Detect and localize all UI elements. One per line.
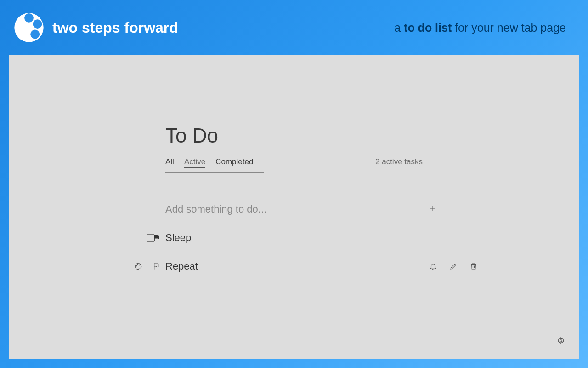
edit-icon[interactable] xyxy=(449,262,458,270)
tab-active[interactable]: Active xyxy=(184,157,205,168)
new-task-row: Add something to do... xyxy=(165,195,423,224)
svg-point-7 xyxy=(137,264,138,265)
svg-point-1 xyxy=(24,13,34,23)
content-area: To Do All Active Completed 2 active task… xyxy=(165,124,423,281)
brand-block: two steps forward xyxy=(14,12,178,43)
svg-point-3 xyxy=(30,30,40,39)
tab-completed[interactable]: Completed xyxy=(215,157,253,168)
tagline-bold: to do list xyxy=(404,21,452,34)
brand-title: two steps forward xyxy=(52,19,178,36)
main-card: To Do All Active Completed 2 active task… xyxy=(9,55,579,359)
new-task-checkbox[interactable] xyxy=(147,206,154,213)
tab-all[interactable]: All xyxy=(165,157,174,168)
gear-icon[interactable] xyxy=(557,337,565,345)
bell-icon[interactable] xyxy=(429,262,437,270)
svg-point-8 xyxy=(139,264,140,265)
task-count: 2 active tasks xyxy=(375,157,423,171)
tab-row: All Active Completed 2 active tasks xyxy=(165,157,423,173)
palette-icon[interactable] xyxy=(134,262,142,270)
svg-point-2 xyxy=(33,19,42,29)
svg-point-9 xyxy=(560,340,562,342)
tagline-suffix: for your new tab page xyxy=(452,21,566,34)
task-label[interactable]: Sleep xyxy=(165,232,191,244)
task-checkbox[interactable] xyxy=(147,234,154,242)
task-row: Sleep xyxy=(165,224,423,252)
tagline: a to do list for your new tab page xyxy=(394,21,566,34)
app-header: two steps forward a to do list for your … xyxy=(0,0,588,55)
tab-underline xyxy=(165,172,264,173)
task-label[interactable]: Repeat xyxy=(165,260,198,272)
trash-icon[interactable] xyxy=(469,262,478,270)
tagline-prefix: a xyxy=(394,21,404,34)
new-task-input[interactable]: Add something to do... xyxy=(165,203,266,215)
task-rows: Add something to do... Sleep xyxy=(165,195,423,281)
tabs: All Active Completed xyxy=(165,157,253,172)
task-row: Repeat xyxy=(165,252,423,281)
task-checkbox[interactable] xyxy=(147,263,154,270)
svg-point-6 xyxy=(136,265,137,266)
logo-icon xyxy=(14,12,44,43)
plus-icon[interactable] xyxy=(428,203,436,215)
page-title: To Do xyxy=(165,124,423,147)
